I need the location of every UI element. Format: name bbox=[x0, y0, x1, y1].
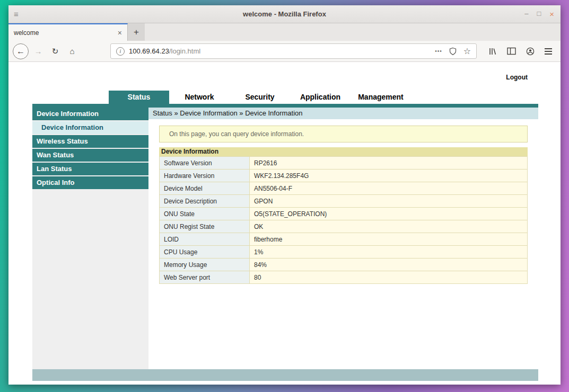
row-value: 84% bbox=[250, 259, 528, 271]
table-row: LOID fiberhome bbox=[160, 233, 528, 246]
tracking-shield-icon[interactable] bbox=[449, 47, 457, 56]
row-label: Device Model bbox=[160, 182, 250, 195]
reload-icon[interactable]: ↻ bbox=[48, 44, 63, 59]
row-label: Web Server port bbox=[160, 271, 250, 284]
table-row: Hardware Version WKF2.134.285F4G bbox=[160, 170, 528, 182]
window-controls: – □ × bbox=[524, 10, 554, 19]
table-row: Web Server port 80 bbox=[160, 271, 528, 284]
maximize-button[interactable]: □ bbox=[537, 10, 541, 19]
tab-application[interactable]: Application bbox=[290, 91, 351, 104]
tab-title: welcome bbox=[14, 29, 118, 37]
row-label: ONU Regist State bbox=[160, 220, 250, 233]
table-row: Memory Usage 84% bbox=[160, 259, 528, 271]
new-tab-button[interactable]: + bbox=[128, 23, 145, 41]
row-value: AN5506-04-F bbox=[250, 182, 528, 195]
sidebar-item-device-information[interactable]: Device Information bbox=[32, 121, 148, 134]
url-host: 100.69.64.23 bbox=[129, 47, 169, 55]
browser-tab-welcome[interactable]: welcome × bbox=[8, 23, 128, 41]
url-bar[interactable]: i 100.69.64.23 /login.html ••• ☆ bbox=[110, 43, 477, 59]
table-row: ONU State O5(STATE_OPERATION) bbox=[160, 208, 528, 220]
router-admin-page: Status Network Security Application Mana… bbox=[32, 91, 538, 381]
row-value: 80 bbox=[250, 271, 528, 284]
table-row: ONU Regist State OK bbox=[160, 220, 528, 233]
row-value: O5(STATE_OPERATION) bbox=[250, 208, 528, 220]
menu-hamburger-icon[interactable] bbox=[545, 48, 552, 55]
page-actions-icon[interactable]: ••• bbox=[435, 48, 442, 54]
row-value: fiberhome bbox=[250, 233, 528, 246]
table-row: Device Model AN5506-04-F bbox=[160, 182, 528, 195]
sidebar: Device Information Device Information Wi… bbox=[32, 108, 148, 369]
toolbar-right-icons bbox=[488, 47, 552, 56]
tabbar-empty-space bbox=[145, 23, 561, 41]
row-value: RP2616 bbox=[250, 157, 528, 170]
nav-accent-strip bbox=[32, 104, 538, 108]
bookmark-star-icon[interactable]: ☆ bbox=[463, 46, 471, 56]
tab-network[interactable]: Network bbox=[169, 91, 230, 104]
close-button[interactable]: × bbox=[549, 10, 554, 19]
sidebar-panel-icon[interactable] bbox=[507, 47, 516, 55]
table-title: Device Information bbox=[159, 147, 528, 156]
row-label: LOID bbox=[160, 233, 250, 246]
sidebar-item-device-information-group[interactable]: Device Information bbox=[32, 108, 148, 120]
sidebar-item-lan-status[interactable]: Lan Status bbox=[32, 163, 148, 175]
titlebar-menu-icon[interactable]: ≡ bbox=[14, 10, 19, 19]
page-notice: On this page, you can query device infor… bbox=[159, 126, 528, 142]
browser-navbar: ← → ↻ ⌂ i 100.69.64.23 /login.html ••• ☆ bbox=[8, 41, 561, 62]
page-footer-bar bbox=[32, 369, 538, 381]
row-label: Software Version bbox=[160, 157, 250, 170]
account-icon[interactable] bbox=[526, 47, 535, 56]
page-viewport: Logout Status Network Security Applicati… bbox=[8, 62, 561, 384]
sidebar-item-optical-info[interactable]: Optical Info bbox=[32, 176, 148, 189]
tab-close-icon[interactable]: × bbox=[118, 29, 122, 37]
back-icon[interactable]: ← bbox=[13, 43, 29, 59]
device-info-table: Software Version RP2616 Hardware Version… bbox=[159, 156, 528, 284]
breadcrumb: Status » Device Information » Device Inf… bbox=[148, 108, 538, 119]
row-value: 1% bbox=[250, 246, 528, 259]
window-titlebar: ≡ welcome - Mozilla Firefox – □ × bbox=[8, 5, 561, 23]
window-title: welcome - Mozilla Firefox bbox=[8, 10, 561, 18]
row-value: WKF2.134.285F4G bbox=[250, 170, 528, 182]
tab-security[interactable]: Security bbox=[230, 91, 290, 104]
home-icon[interactable]: ⌂ bbox=[65, 44, 80, 59]
page-nav-tabs: Status Network Security Application Mana… bbox=[32, 91, 538, 104]
row-label: ONU State bbox=[160, 208, 250, 220]
site-info-icon[interactable]: i bbox=[116, 47, 125, 56]
row-label: Device Description bbox=[160, 195, 250, 208]
row-label: Hardware Version bbox=[160, 170, 250, 182]
sidebar-item-wan-status[interactable]: Wan Status bbox=[32, 149, 148, 162]
table-row: Software Version RP2616 bbox=[160, 157, 528, 170]
browser-tabbar: welcome × + bbox=[8, 23, 561, 41]
library-icon[interactable] bbox=[488, 47, 497, 56]
forward-icon[interactable]: → bbox=[31, 44, 46, 59]
row-label: CPU Usage bbox=[160, 246, 250, 259]
row-label: Memory Usage bbox=[160, 259, 250, 271]
sidebar-item-wireless-status[interactable]: Wireless Status bbox=[32, 135, 148, 148]
table-row: Device Description GPON bbox=[160, 195, 528, 208]
firefox-window: ≡ welcome - Mozilla Firefox – □ × welcom… bbox=[8, 5, 561, 385]
logout-link[interactable]: Logout bbox=[506, 74, 528, 81]
row-value: GPON bbox=[250, 195, 528, 208]
url-path: /login.html bbox=[169, 47, 200, 55]
minimize-button[interactable]: – bbox=[524, 10, 528, 19]
row-value: OK bbox=[250, 220, 528, 233]
tab-management[interactable]: Management bbox=[351, 91, 411, 104]
main-content: Status » Device Information » Device Inf… bbox=[148, 108, 538, 369]
table-row: CPU Usage 1% bbox=[160, 246, 528, 259]
tab-status[interactable]: Status bbox=[109, 91, 169, 104]
